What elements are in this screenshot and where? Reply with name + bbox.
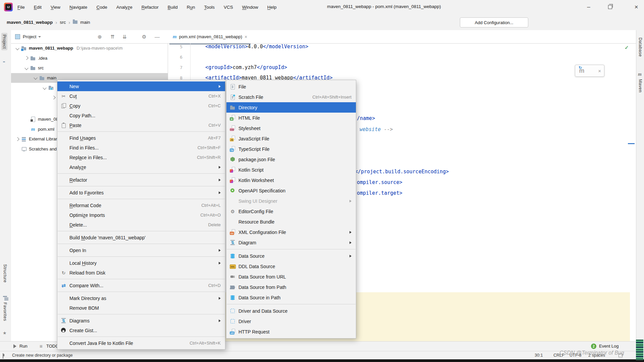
submenu-item-data-source-from-path[interactable]: Data Source from Path [226,282,356,292]
submenu-item-xml-configuration-file[interactable]: <>XML Configuration File [226,227,356,237]
collapse-all-icon[interactable]: ⇊ [122,34,127,40]
menu-item-analyze[interactable]: Analyze [57,162,225,172]
menu-code[interactable]: Code [96,5,107,10]
menu-item-refactor[interactable]: Refactor [57,175,225,185]
menu-vcs[interactable]: VCS [224,5,233,10]
close-button[interactable]: × [629,0,644,14]
submenu-item-editorconfig-file[interactable]: ⚙EditorConfig File [226,206,356,217]
caret-position[interactable]: 30:1 [535,353,543,358]
add-configuration-button[interactable]: Add Configuration... [460,17,528,27]
menu-item-diagrams[interactable]: ⇅Diagrams [57,316,225,325]
chevron-right-icon[interactable] [52,96,55,100]
submenu-item-openapi-specification[interactable]: OpenAPI Specification [226,185,356,196]
menu-item-reload-from-disk[interactable]: ↻Reload from Disk [57,268,225,278]
chevron-down-icon[interactable] [43,86,46,89]
submenu-item-diagram[interactable]: ⇅Diagram [226,237,356,248]
menu-item-open-in[interactable]: Open In [57,245,225,255]
submenu-item-html-file[interactable]: HHTML File [226,113,356,123]
submenu-item-data-source[interactable]: Data Source [226,251,356,261]
menu-file[interactable]: File [17,5,25,10]
expand-all-icon[interactable]: ⇈ [110,34,115,40]
chevron-right-icon[interactable] [15,137,19,141]
menu-item-optimize-imports[interactable]: Optimize ImportsCtrl+Alt+O [57,210,225,220]
chevron-down-icon[interactable] [24,66,28,70]
maven-reload-icon[interactable]: ↻ [579,65,582,70]
submenu-item-kotlin-script[interactable]: Kotlin Script [226,165,356,175]
submenu-item-stylesheet[interactable]: CSSStylesheet [226,123,356,133]
menu-run[interactable]: Run [187,5,195,10]
event-log-button[interactable]: Event Log [599,344,619,349]
submenu-item-file[interactable]: File [226,81,356,92]
menu-item-remove-bom[interactable]: Remove BOM [57,303,225,313]
menu-refactor[interactable]: Refactor [142,5,159,10]
submenu-item-package-json-file[interactable]: package.json File [226,154,356,165]
menu-item-compare-with[interactable]: ⇄Compare With...Ctrl+D [57,281,225,290]
tab-close-icon[interactable]: × [245,34,247,40]
menu-window[interactable]: Window [242,5,258,10]
menu-navigate[interactable]: Navigate [69,5,87,10]
menu-item-add-to-favorites[interactable]: Add to Favorites [57,188,225,197]
menu-item-convert-java-file-to-kotlin-file[interactable]: Convert Java File to Kotlin FileCtrl+Alt… [57,338,225,348]
menu-build[interactable]: Build [168,5,178,10]
menu-view[interactable]: View [51,5,60,10]
submenu-item-resource-bundle[interactable]: Resource Bundle [226,217,356,227]
menu-item-paste[interactable]: PasteCtrl+V [57,120,225,130]
menu-item-copy-path[interactable]: Copy Path... [57,111,225,120]
menu-item-copy[interactable]: CopyCtrl+C [57,101,225,111]
maven-toolwindow-icon[interactable]: m [638,72,642,77]
menu-item-mark-directory-as[interactable]: Mark Directory as [57,293,225,303]
toolwindow-toggle-icon[interactable] [3,354,3,358]
tool-button-database[interactable]: Database [638,38,643,58]
tree-row-src[interactable]: src [11,63,168,73]
menu-help[interactable]: Help [267,5,277,10]
breadcrumb-main[interactable]: main [80,20,90,25]
menu-item-find-usages[interactable]: Find UsagesAlt+F7 [57,133,225,143]
tool-button-run[interactable]: Run [19,344,28,349]
favorites-star-icon[interactable]: ★ [3,330,7,336]
menu-item-find-in-files[interactable]: Find in Files...Ctrl+Shift+F [57,143,225,153]
menu-item-cut[interactable]: ✂CutCtrl+X [57,91,225,101]
menu-item-create-gist[interactable]: Create Gist... [57,325,225,335]
tree-row-maven-0811-webapp[interactable]: maven_0811_webappD:\java-maven-space\m [11,43,168,53]
submenu-item-directory[interactable]: Directory [226,102,356,113]
submenu-item-data-source-from-url[interactable]: Data Source from URL [226,272,356,282]
hide-panel-icon[interactable]: — [155,34,160,40]
menu-item-new[interactable]: New [57,81,225,91]
chevron-right-icon[interactable] [24,56,28,60]
menu-item-delete[interactable]: Delete...Delete [57,220,225,230]
tool-button-favorites[interactable]: Favorites [3,302,7,322]
chevron-down-icon[interactable] [15,46,19,50]
menu-item-reformat-code[interactable]: Reformat CodeCtrl+Alt+L [57,200,225,210]
chevron-down-icon[interactable] [34,76,37,80]
submenu-item-data-source-in-path[interactable]: Data Source in Path [226,292,356,303]
tool-button-maven[interactable]: Maven [638,79,643,94]
project-panel-title[interactable]: Project [23,34,36,39]
submenu-item-kotlin-worksheet[interactable]: Kotlin Worksheet [226,175,356,185]
breadcrumb-project[interactable]: maven_0811_webapp [7,20,53,25]
dismiss-icon[interactable]: × [598,68,601,74]
menu-item-replace-in-files[interactable]: Replace in Files...Ctrl+Shift+R [57,153,225,162]
breadcrumb-src[interactable]: src [60,20,66,25]
gear-icon[interactable]: ⚙ [142,34,146,40]
restore-button[interactable] [602,0,618,14]
submenu-item-http-request[interactable]: APIHTTP Request [226,326,356,337]
locate-icon[interactable]: ⊕ [98,34,102,40]
menu-tools[interactable]: Tools [204,5,215,10]
menu-analyze[interactable]: Analyze [116,5,132,10]
event-count-badge[interactable]: 2 [591,344,596,349]
menu-edit[interactable]: Edit [34,5,42,10]
tree-row-idea[interactable]: .idea [11,53,168,63]
tool-button-project[interactable]: Project [1,33,7,52]
submenu-item-typescript-file[interactable]: TSTypeScript File [226,144,356,154]
menu-item-local-history[interactable]: Local History [57,258,225,268]
submenu-item-driver[interactable]: Driver [226,316,356,326]
submenu-item-scratch-file[interactable]: Scratch FileCtrl+Alt+Shift+Insert [226,92,356,102]
minimize-button[interactable]: – [581,0,596,14]
structure-toolwindow-icon[interactable] [3,292,7,298]
submenu-item-driver-and-data-source[interactable]: Driver and Data Source [226,306,356,316]
submenu-item-swing-ui-designer[interactable]: Swing UI Designer [226,196,356,206]
tool-button-structure[interactable]: Structure [3,264,7,284]
submenu-item-ddl-data-source[interactable]: DDLDDL Data Source [226,261,356,272]
submenu-item-javascript-file[interactable]: JSJavaScript File [226,133,356,144]
menu-item-build-module-maven-0811-webapp[interactable]: Build Module 'maven_0811_webapp' [57,233,225,242]
